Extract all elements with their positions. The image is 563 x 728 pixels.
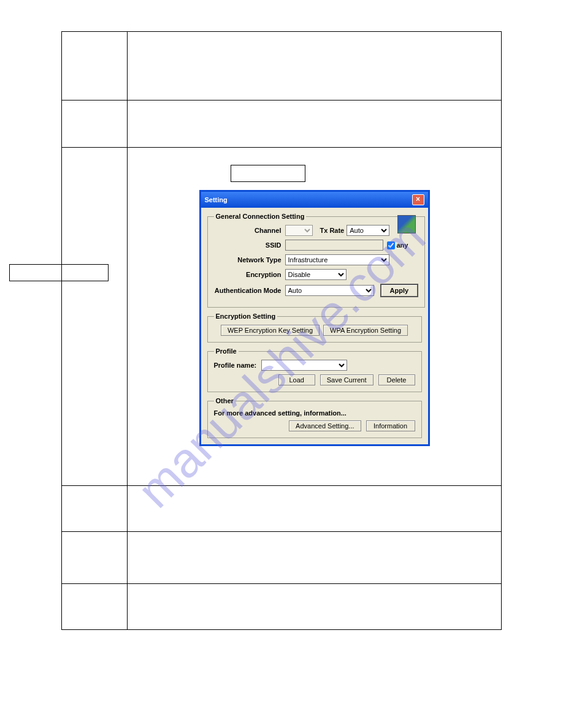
networktype-select[interactable]: Infrastructure	[285, 254, 389, 265]
other-fieldset: Other For more advanced setting, informa…	[207, 397, 422, 438]
cell-r5c1	[62, 532, 128, 584]
general-fieldset: General Connection Setting Channel Tx Ra…	[207, 213, 426, 308]
cell-r1c1	[62, 32, 128, 100]
profile-legend: Profile	[214, 347, 239, 355]
cell-r6c2	[128, 584, 502, 630]
encryption-select[interactable]: Disable	[285, 269, 347, 280]
general-legend: General Connection Setting	[214, 213, 307, 220]
cell-r6c1	[62, 584, 128, 630]
delete-button[interactable]: Delete	[378, 374, 415, 385]
load-button[interactable]: Load	[278, 374, 315, 385]
txrate-label: Tx Rate	[320, 227, 345, 234]
cell-r5c2	[128, 532, 502, 584]
profilename-select[interactable]	[261, 360, 347, 371]
titlebar: Setting ×	[201, 192, 428, 208]
encryption-label: Encryption	[214, 271, 285, 278]
ssid-label: SSID	[214, 241, 285, 249]
cell-r2c1	[62, 100, 128, 148]
document-table: Setting × General Connection Setting Cha…	[61, 31, 502, 630]
cell-r3c1	[62, 148, 128, 486]
any-checkbox[interactable]	[387, 241, 395, 249]
encryption-fieldset: Encryption Setting WEP Encryption Key Se…	[207, 313, 422, 343]
networktype-label: Network Type	[214, 256, 285, 264]
wpa-setting-button[interactable]: WPA Encryption Setting	[323, 325, 408, 336]
apply-button[interactable]: Apply	[380, 284, 419, 297]
cell-r2c2	[128, 100, 502, 148]
outline-box-top	[231, 165, 305, 182]
wep-setting-button[interactable]: WEP Encryption Key Setting	[221, 325, 320, 336]
any-label: any	[397, 241, 408, 249]
information-button[interactable]: Information	[366, 420, 415, 431]
advanced-button[interactable]: Advanced Setting...	[289, 420, 361, 431]
authmode-label: Authentication Mode	[214, 287, 285, 294]
profile-fieldset: Profile Profile name: Load Save Current …	[207, 347, 422, 392]
cell-r4c1	[62, 486, 128, 532]
channel-label: Channel	[214, 227, 285, 234]
other-desc: For more advanced setting, information..…	[214, 409, 415, 417]
authmode-select[interactable]: Auto	[285, 285, 374, 296]
close-icon[interactable]: ×	[412, 194, 424, 205]
profilename-label: Profile name:	[214, 362, 257, 369]
window-title: Setting	[205, 196, 228, 203]
txrate-select[interactable]: Auto	[347, 225, 389, 236]
savecurrent-button[interactable]: Save Current	[320, 374, 373, 385]
ssid-input[interactable]	[285, 240, 383, 251]
channel-select[interactable]	[285, 225, 313, 236]
globe-icon	[397, 215, 416, 233]
cell-r4c2	[128, 486, 502, 532]
encryption-legend: Encryption Setting	[214, 313, 278, 320]
setting-dialog: Setting × General Connection Setting Cha…	[199, 190, 430, 446]
other-legend: Other	[214, 397, 236, 404]
cell-r1c2	[128, 32, 502, 100]
cell-r3c2: Setting × General Connection Setting Cha…	[128, 148, 502, 486]
